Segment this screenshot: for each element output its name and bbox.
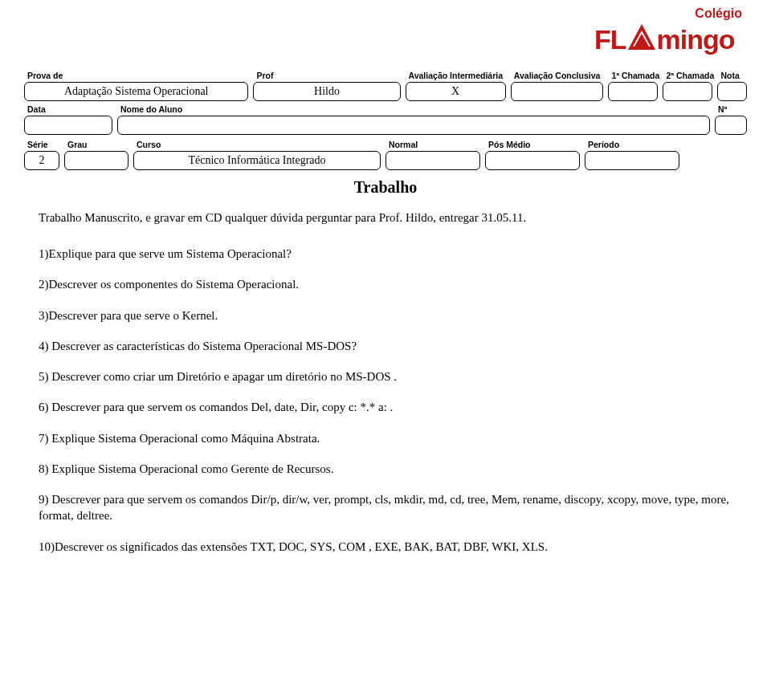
cham2-value <box>663 82 712 101</box>
question-9: 9) Descrever para que servem os comandos… <box>24 491 747 524</box>
school-logo: Colégio FL mingo <box>594 6 747 63</box>
question-8: 8) Explique Sistema Operacional como Ger… <box>24 461 747 477</box>
prof-value: Hildo <box>253 82 400 101</box>
nota-label: Nota <box>717 71 747 80</box>
aval-conc-value <box>511 82 604 101</box>
periodo-label: Período <box>585 140 679 149</box>
curso-value: Técnico Informática Integrado <box>133 151 381 170</box>
header-row-1: Prova de Adaptação Sistema Operacional P… <box>24 71 747 101</box>
num-value <box>715 116 747 135</box>
aval-conc-label: Avaliação Conclusiva <box>511 71 604 80</box>
header-row-3: Série 2 Grau Curso Técnico Informática I… <box>24 140 747 170</box>
logo-brand-right: mingo <box>657 24 735 55</box>
nome-label: Nome do Aluno <box>117 104 710 114</box>
periodo-value <box>585 151 679 170</box>
question-1: 1)Explique para que serve um Sistema Ope… <box>24 246 747 262</box>
num-label: Nº <box>715 104 747 114</box>
question-4: 4) Descrever as características do Siste… <box>24 338 747 354</box>
cham1-value <box>608 82 658 101</box>
question-6: 6) Descrever para que servem os comandos… <box>24 399 747 415</box>
page-title: Trabalho <box>24 178 747 197</box>
curso-label: Curso <box>133 140 381 149</box>
question-2: 2)Descrever os componentes do Sistema Op… <box>24 276 747 292</box>
nota-value <box>717 82 747 101</box>
question-7: 7) Explique Sistema Operacional como Máq… <box>24 430 747 446</box>
question-10: 10)Descrever os significados das extensõ… <box>24 539 747 555</box>
data-value <box>24 116 112 135</box>
serie-label: Série <box>24 140 59 149</box>
aval-int-value: X <box>406 82 506 101</box>
aval-int-label: Avaliação Intermediária <box>406 71 506 80</box>
grau-value <box>64 151 128 170</box>
posmedio-value <box>485 151 580 170</box>
normal-value <box>386 151 480 170</box>
flamingo-icon <box>625 22 659 56</box>
grau-label: Grau <box>64 140 128 149</box>
posmedio-label: Pós Médio <box>485 140 580 149</box>
prova-label: Prova de <box>24 71 248 80</box>
data-label: Data <box>24 104 112 114</box>
header-row-2: Data Nome do Aluno Nº <box>24 104 747 135</box>
logo-brand: FL mingo <box>594 22 747 56</box>
prova-value: Adaptação Sistema Operacional <box>24 82 248 101</box>
question-5: 5) Descrever como criar um Diretório e a… <box>24 368 747 385</box>
serie-value: 2 <box>24 151 59 170</box>
logo-brand-left: FL <box>594 24 626 55</box>
normal-label: Normal <box>386 140 480 149</box>
cham1-label: 1ª Chamada <box>608 71 658 80</box>
nome-value <box>117 116 710 135</box>
instruction-text: Trabalho Manuscrito, e gravar em CD qual… <box>24 211 747 225</box>
cham2-label: 2ª Chamada <box>663 71 712 80</box>
logo-top-label: Colégio <box>695 6 742 21</box>
prof-label: Prof <box>253 71 400 80</box>
question-3: 3)Descrever para que serve o Kernel. <box>24 307 747 324</box>
